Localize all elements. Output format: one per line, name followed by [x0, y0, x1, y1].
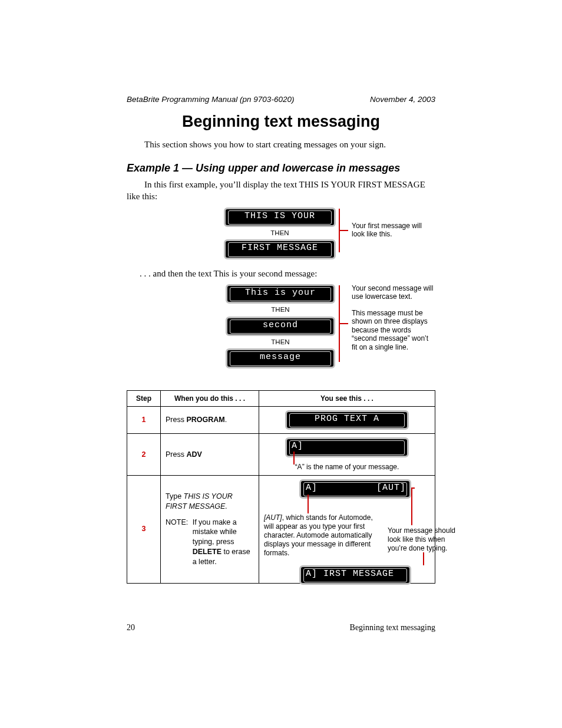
note-body: If you make a mistake while typing, pres… [190, 518, 252, 567]
note-done-typing: Your message should look like this when … [388, 526, 458, 553]
section-label: Beginning text messaging [350, 622, 435, 634]
sign-text-left: A] [306, 482, 318, 494]
then-label: THEN [226, 305, 335, 315]
page-number: 20 [127, 622, 135, 634]
callout-second-lowercase: Your second message will use lowercase t… [352, 284, 434, 301]
callout-first-message: Your first message will look like this. [352, 222, 434, 239]
text: If you make a mistake while typing, pres… [193, 518, 237, 546]
text-aut: [AUT] [264, 513, 282, 522]
callout-line [293, 452, 295, 465]
step-action: Press ADV [161, 434, 259, 475]
paragraph-1: In this first example, you’ll display th… [127, 179, 435, 203]
text: Press [166, 416, 186, 424]
key-delete: DELETE [193, 548, 222, 556]
sign-message: message [226, 348, 335, 368]
steps-table: Step When you do this . . . You see this… [127, 390, 435, 584]
step-action: Type THIS IS YOUR FIRST MESSAGE. NOTE: I… [161, 475, 259, 583]
table-header-row: Step When you do this . . . You see this… [127, 390, 435, 406]
step-action: Press PROGRAM. [161, 407, 259, 434]
text: Type [166, 492, 184, 500]
table-row: 2 Press ADV A] “A” is the name of your m… [127, 434, 435, 475]
callout-second-three-displays: This message must be shown on three disp… [352, 309, 434, 351]
key-adv: ADV [186, 450, 201, 459]
sign-a-bracket: A] [285, 437, 409, 457]
demo-2: This is your THEN second THEN message Yo… [127, 284, 435, 373]
key-program: PROGRAM [186, 416, 224, 424]
paragraph-2: . . . and then the text This is your sec… [140, 268, 435, 279]
running-left: BetaBrite Programming Manual (pn 9703-60… [127, 94, 294, 105]
text: Press [166, 450, 186, 459]
step-result: PROG TEXT A [259, 407, 435, 434]
note-lead: NOTE: [166, 518, 188, 526]
col-action: When you do this . . . [161, 390, 259, 406]
page-title: Beginning text messaging [127, 111, 435, 132]
step-result: A] “A” is the name of your message. [259, 434, 435, 475]
sign-text: A] IRST MESSAGE [306, 568, 394, 580]
text: . [225, 416, 227, 424]
sign-text-right: [AUT] [376, 482, 406, 494]
sign-this-is-your: THIS IS YOUR [224, 207, 336, 227]
callout-line [423, 552, 424, 565]
callout-line [308, 495, 309, 513]
callout-line [339, 323, 348, 324]
callout-line [411, 487, 412, 525]
step-number: 2 [127, 434, 161, 475]
then-label: THEN [226, 338, 335, 347]
table-row: 1 Press PROGRAM. PROG TEXT A [127, 407, 435, 434]
intro-paragraph: This section shows you how to start crea… [127, 139, 435, 150]
col-result: You see this . . . [259, 390, 435, 406]
sign-prog-text-a: PROG TEXT A [285, 410, 409, 430]
table-row: 3 Type THIS IS YOUR FIRST MESSAGE. NOTE:… [127, 475, 435, 583]
sign-a-aut: A] [AUT] [299, 479, 411, 499]
sign-this-is-your-2: This is your [226, 284, 335, 304]
step-number: 3 [127, 475, 161, 583]
step-result: A] [AUT] [AUT], which stands for Automod… [259, 475, 435, 583]
page: BetaBrite Programming Manual (pn 9703-60… [0, 0, 562, 728]
caption-a-name: “A” is the name of your message. [264, 462, 430, 472]
running-right: November 4, 2003 [370, 94, 435, 105]
example-heading: Example 1 — Using upper and lowercase in… [127, 161, 435, 175]
sign-second: second [226, 317, 335, 336]
step-number: 1 [127, 407, 161, 434]
sign-first-message: FIRST MESSAGE [224, 239, 336, 259]
demo-1: THIS IS YOUR THEN FIRST MESSAGE Your fir… [127, 207, 435, 259]
sign-irst-message: A] IRST MESSAGE [299, 565, 411, 585]
note-automode: [AUT], which stands for Automode, will a… [264, 513, 382, 558]
sign-text: A] [292, 440, 303, 452]
callout-line [339, 230, 348, 231]
page-footer: 20 Beginning text messaging [127, 622, 435, 634]
callout-line [411, 487, 415, 489]
running-header: BetaBrite Programming Manual (pn 9703-60… [127, 94, 435, 105]
col-step: Step [127, 390, 161, 406]
then-label: THEN [224, 229, 336, 238]
